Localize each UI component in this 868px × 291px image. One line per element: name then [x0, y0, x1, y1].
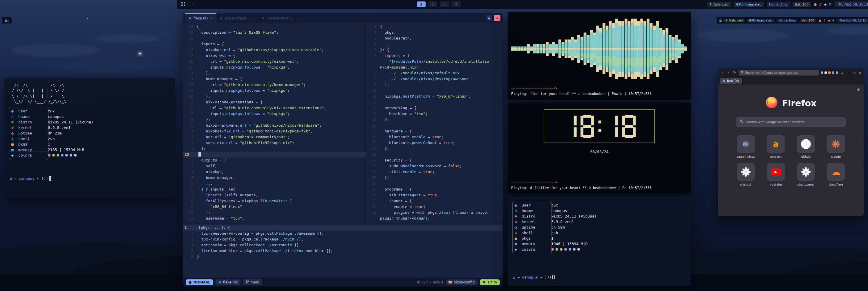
star: [843, 43, 843, 44]
editor-tab-hosts-isoImag-[interactable]: ❄hosts/isoImag...×: [258, 13, 302, 23]
shortcut-chatgpt[interactable]: chatgpt: [733, 163, 759, 186]
editor-tab-pkgs-default-[interactable]: ❄pkgs/default...×: [216, 13, 258, 23]
tab-close-icon[interactable]: ×: [210, 17, 213, 20]
tray-status-icon[interactable]: ⚙: [832, 19, 835, 22]
extension-icon[interactable]: [825, 71, 827, 74]
clock-widget[interactable]: Thu Aug 08, 18:18: [838, 19, 868, 22]
workspace-4[interactable]: 4: [452, 1, 460, 7]
tab-close-icon[interactable]: ×: [252, 17, 254, 20]
new-tab-button[interactable]: +: [744, 79, 748, 83]
fetch-row: ◆colors: [515, 246, 686, 252]
shortcut-cloudflare[interactable]: ☁cloudflare: [823, 163, 849, 186]
shortcut-chat-openai[interactable]: chat.openai: [793, 163, 819, 186]
cloudflare-icon: ☁: [831, 167, 840, 177]
editor-pane-default-nix[interactable]: 1{pkgs, ...}: {2 tux-awesome-wm-config =…: [183, 224, 503, 279]
tray-widget[interactable]: Bat: 100: [800, 19, 816, 22]
code-line: 9 "x86_64-linux": [183, 204, 366, 210]
tray-widget[interactable]: GPU: Integrated: [747, 19, 774, 22]
kernel-icon: ⚙: [11, 125, 18, 130]
editor-tab-flake-nix[interactable]: ❄flake.nix×: [185, 13, 216, 23]
tray-widget[interactable]: Bat: 100: [793, 2, 811, 7]
system-tray: P: BalancedGPU: IntegratedHome: 8msBat: …: [707, 1, 868, 7]
seven-segment-time: [563, 115, 636, 138]
code-line: 5 nixos-hardware.url = "github:nixos/nix…: [183, 122, 366, 128]
hamburger-menu-button[interactable]: ≡: [841, 70, 844, 75]
shortcut-claude[interactable]: claude: [823, 135, 849, 158]
tray-status-icon[interactable]: ●: [819, 19, 821, 22]
tray-widget[interactable]: P: Balanced: [707, 2, 731, 7]
app-launcher-icon[interactable]: [181, 2, 185, 7]
firefox-window[interactable]: ‹ › ↻ Search with Google or enter addres…: [718, 68, 864, 216]
address-bar[interactable]: Search with Google or enter address: [739, 70, 819, 76]
tray-status-icon[interactable]: ♫: [819, 2, 822, 6]
maximize-button[interactable]: □: [853, 71, 856, 74]
tray-widget[interactable]: Home: 6ms: [777, 19, 797, 22]
code-line: 5 firefox-mod-blur = pkgs.callPackage ./…: [183, 248, 503, 254]
code-line: 6}: [183, 254, 503, 260]
tray-widget[interactable]: P: Balanced: [724, 19, 744, 22]
tab-favicon: [723, 80, 725, 82]
reload-button[interactable]: ↻: [733, 70, 737, 75]
right-monitor-status-bar: P: BalancedGPU: IntegratedHome: 6msBat: …: [717, 17, 868, 24]
editor-pane-flake[interactable]: 22{21 description = "tux's NixOS Flake";…: [183, 23, 366, 224]
tray-status-icon[interactable]: ◆: [824, 2, 827, 6]
code-line: 28 ssh.startAgent = true;: [366, 192, 503, 198]
fetch-row: ◆colors: [11, 152, 170, 158]
tray-widget[interactable]: GPU: Integrated: [734, 2, 764, 7]
close-button[interactable]: ×: [859, 71, 861, 74]
shortcut-youtube[interactable]: ▶youtube: [763, 163, 789, 186]
minimize-button[interactable]: —: [847, 71, 850, 74]
shortcut-github[interactable]: github: [793, 135, 819, 158]
tray-status-icon[interactable]: ◆: [828, 19, 830, 22]
palette-dot: [48, 154, 51, 156]
tab-close-icon[interactable]: ×: [296, 17, 299, 20]
code-line: 19 bluetooth.powerOnBoot = true;: [366, 140, 503, 146]
fetch-terminal-panel[interactable]: ●usertux⌂hnamecanopus❄distroNixOS 24.11 …: [508, 197, 691, 286]
layout-indicator-icon: [187, 3, 191, 6]
code-line: 7 inherit (self) outputs;: [183, 192, 366, 198]
buffer-picker-button[interactable]: ◉: [486, 15, 492, 21]
tray-status-icon[interactable]: ♫: [823, 19, 826, 22]
code-line: 11 inputs.nixpkgs.follows = "nixpkgs";: [183, 88, 366, 93]
buffer-tabline: ❄flake.nix×❄pkgs/default...×❄hosts/isoIm…: [183, 13, 503, 23]
code-line: 17 hardware = {: [366, 128, 503, 134]
terminal-window[interactable]: /\ /\ _ _ /\ /\ / /\/ \ | | | | \ \/ / \…: [4, 78, 175, 198]
extension-icon[interactable]: [832, 71, 834, 74]
terminal-cursor: [49, 176, 51, 181]
buffer-close-button[interactable]: ×: [494, 15, 500, 21]
code-line: 16 url = "github:nix-community/nixos-wsl…: [183, 59, 366, 64]
workspace-2[interactable]: 2: [429, 1, 437, 7]
tray-status-icon[interactable]: ⚙: [829, 2, 832, 6]
track-progress-bar: =====================>: [511, 179, 687, 185]
extension-icon[interactable]: [828, 71, 831, 74]
shortcut-label: github: [801, 155, 811, 158]
palette-dot: [70, 154, 72, 156]
tab-new-tab[interactable]: New Tab: [720, 78, 742, 84]
shortcut-amazon[interactable]: aamazon: [763, 135, 789, 158]
extension-icon[interactable]: [821, 71, 823, 74]
back-button[interactable]: ‹: [720, 70, 724, 75]
tray-status-icon[interactable]: ●: [814, 2, 817, 6]
code-line: 6 imports = [: [366, 53, 503, 59]
code-line: 10: [366, 88, 503, 93]
extension-icon[interactable]: [836, 71, 838, 74]
editor-pane-iso[interactable]: 1{2 pkgs,3 modulesPath,4 ...5}: {6 impor…: [366, 23, 503, 224]
app-launcher-icon[interactable]: [719, 19, 722, 22]
cloud: [11, 43, 99, 57]
newtab-search-bar[interactable]: Search with Google or enter address: [736, 117, 846, 127]
forward-button[interactable]: ›: [726, 70, 731, 75]
palette-dot: [564, 248, 567, 251]
tray-widget[interactable]: Home: 8ms: [767, 2, 790, 7]
code-line: 13 networking = {: [366, 105, 503, 111]
workspace-1[interactable]: 1: [417, 1, 426, 7]
workspace-3[interactable]: 3: [440, 1, 449, 7]
app-launcher-icon[interactable]: [5, 18, 8, 23]
fetch-info: ●usertux⌂hnamecanopus❄distroNixOS 24.11 …: [11, 108, 170, 158]
shortcut-search-nixos[interactable]: ❄search.nixos: [733, 135, 759, 158]
shortcut-label: chat.openai: [797, 183, 814, 186]
code-line: 24 rtkit.enable = true;: [366, 169, 503, 175]
personalize-gear-icon[interactable]: ⚙: [857, 87, 860, 92]
neovim-window[interactable]: ❄flake.nix×❄pkgs/default...×❄hosts/isoIm…: [183, 13, 503, 287]
fetch-row: $shellzsh: [11, 136, 170, 141]
clock-widget[interactable]: Thu Aug 08, 18:18: [835, 1, 868, 7]
